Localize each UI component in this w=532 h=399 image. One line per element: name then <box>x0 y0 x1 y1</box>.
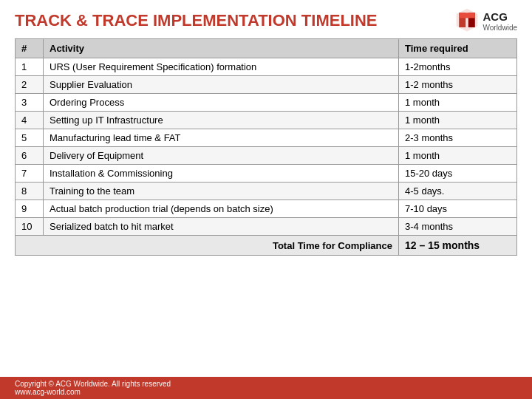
cell-num: 7 <box>16 165 44 183</box>
col-header-activity: Activity <box>44 39 399 58</box>
footer-copyright: Copyright © ACG Worldwide. All rights re… <box>15 380 517 388</box>
cell-activity: Ordering Process <box>44 94 399 112</box>
acg-logo-icon <box>454 7 480 34</box>
cell-time: 15-20 days <box>399 165 517 183</box>
cell-time: 1 month <box>399 147 517 165</box>
cell-num: 1 <box>16 58 44 76</box>
cell-time: 1-2 months <box>399 76 517 94</box>
table-row: 9Actual batch production trial (depends … <box>16 200 517 218</box>
cell-activity: Manufacturing lead time & FAT <box>44 129 399 147</box>
cell-num: 8 <box>16 183 44 200</box>
cell-activity: Setting up IT Infrastructure <box>44 112 399 129</box>
col-header-time: Time required <box>399 39 517 58</box>
table-row: 7Installation & Commissioning15-20 days <box>16 165 517 183</box>
cell-activity: Actual batch production trial (depends o… <box>44 200 399 218</box>
table-row: 8Training to the team4-5 days. <box>16 183 517 200</box>
table-row: 4Setting up IT Infrastructure1 month <box>16 112 517 129</box>
footer-website: www.acg-world.com <box>15 388 517 396</box>
cell-activity: Serialized batch to hit market <box>44 218 399 236</box>
footer: Copyright © ACG Worldwide. All rights re… <box>0 377 532 399</box>
cell-num: 10 <box>16 218 44 236</box>
cell-num: 9 <box>16 200 44 218</box>
total-label: Total Time for Compliance <box>16 236 399 256</box>
table-row: 3Ordering Process1 month <box>16 94 517 112</box>
cell-num: 6 <box>16 147 44 165</box>
timeline-table: # Activity Time required 1URS (User Requ… <box>15 38 517 256</box>
cell-time: 3-4 months <box>399 218 517 236</box>
page-title: TRACK & TRACE IMPLEMENTATION TIMELINE <box>15 11 378 30</box>
table-row: 10Serialized batch to hit market3-4 mont… <box>16 218 517 236</box>
col-header-num: # <box>16 39 44 58</box>
cell-time: 1-2months <box>399 58 517 76</box>
cell-num: 4 <box>16 112 44 129</box>
total-row: Total Time for Compliance12 – 15 months <box>16 236 517 256</box>
cell-activity: Delivery of Equipment <box>44 147 399 165</box>
table-header-row: # Activity Time required <box>16 39 517 58</box>
page: TRACK & TRACE IMPLEMENTATION TIMELINE AC… <box>0 0 532 399</box>
cell-time: 4-5 days. <box>399 183 517 200</box>
main-content: # Activity Time required 1URS (User Requ… <box>0 37 532 377</box>
table-row: 2Supplier Evaluation1-2 months <box>16 76 517 94</box>
cell-activity: Training to the team <box>44 183 399 200</box>
table-row: 6Delivery of Equipment1 month <box>16 147 517 165</box>
cell-time: 7-10 days <box>399 200 517 218</box>
cell-activity: Installation & Commissioning <box>44 165 399 183</box>
logo-text-group: ACG Worldwide <box>483 10 518 32</box>
total-value: 12 – 15 months <box>399 236 517 256</box>
table-row: 5Manufacturing lead time & FAT2-3 months <box>16 129 517 147</box>
cell-num: 2 <box>16 76 44 94</box>
cell-time: 1 month <box>399 112 517 129</box>
cell-num: 5 <box>16 129 44 147</box>
cell-activity: Supplier Evaluation <box>44 76 399 94</box>
logo-brand: ACG <box>483 10 508 23</box>
table-row: 1URS (User Requirement Specification) fo… <box>16 58 517 76</box>
cell-time: 2-3 months <box>399 129 517 147</box>
logo-sub: Worldwide <box>483 24 518 32</box>
cell-num: 3 <box>16 94 44 112</box>
svg-rect-3 <box>459 13 475 18</box>
logo-area: ACG Worldwide <box>454 7 518 34</box>
header: TRACK & TRACE IMPLEMENTATION TIMELINE AC… <box>0 0 532 37</box>
cell-time: 1 month <box>399 94 517 112</box>
cell-activity: URS (User Requirement Specification) for… <box>44 58 399 76</box>
